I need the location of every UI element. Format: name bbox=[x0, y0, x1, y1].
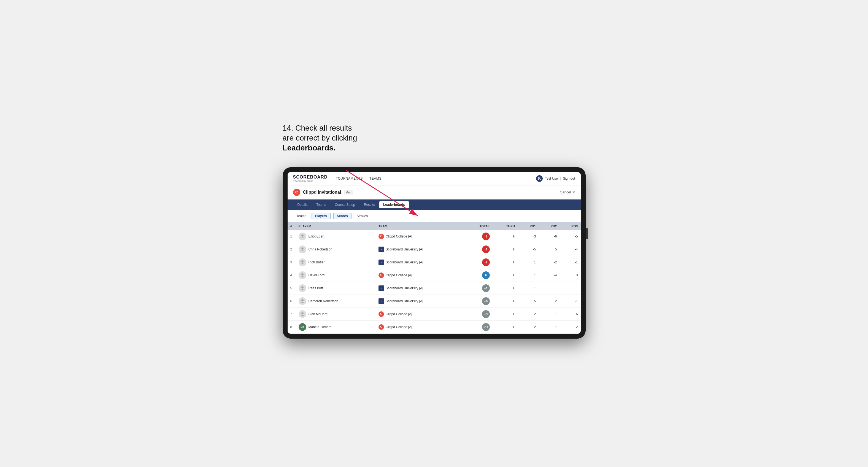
team-cell: CClippd College [A] bbox=[376, 230, 464, 243]
nav-right: TU Test User | Sign out bbox=[536, 175, 575, 182]
thru-cell: F bbox=[493, 294, 518, 308]
tab-details[interactable]: Details bbox=[293, 199, 312, 210]
svg-point-2 bbox=[301, 235, 304, 237]
tablet-screen: SCOREBOARD Powered by clippd TOURNAMENTS… bbox=[287, 172, 581, 334]
total-cell: +1 bbox=[465, 282, 493, 294]
col-player: PLAYER bbox=[296, 222, 376, 230]
team-cell: CClippd College [A] bbox=[376, 308, 464, 320]
score-badge: -4 bbox=[482, 246, 490, 253]
user-label: Test User | bbox=[545, 177, 561, 181]
player-name: Elliot Ebert bbox=[309, 235, 324, 238]
instruction-line1: 14. Check all results bbox=[283, 124, 352, 132]
tab-row: Details Teams Course Setup Results Leade… bbox=[287, 199, 581, 210]
player-name: Rich Butler bbox=[309, 260, 325, 264]
svg-point-6 bbox=[301, 286, 304, 288]
tournament-logo: C bbox=[293, 189, 300, 196]
col-rd1: RD1 bbox=[518, 222, 538, 230]
player-cell: Rich Butler bbox=[296, 256, 376, 269]
player-name: Cameron Robertson bbox=[309, 299, 338, 303]
tab-results[interactable]: Results bbox=[360, 199, 379, 210]
player-avatar bbox=[299, 284, 306, 292]
rank-cell: 3 bbox=[287, 256, 296, 269]
col-rd2: RD2 bbox=[538, 222, 559, 230]
team-cell: CClippd College [A] bbox=[376, 320, 464, 333]
page-wrapper: 14. Check all results are correct by cli… bbox=[283, 129, 586, 339]
rd3-cell: +6 bbox=[559, 308, 581, 320]
table-row: 4David FordCClippd College [A]EF+1-4+3 bbox=[287, 269, 581, 282]
col-thru: THRU bbox=[493, 222, 518, 230]
rd2-cell: +7 bbox=[538, 320, 559, 333]
cancel-label: Cancel bbox=[560, 190, 571, 194]
rd2-cell: -2 bbox=[538, 256, 559, 269]
thru-cell: F bbox=[493, 230, 518, 243]
rd2-cell: +5 bbox=[538, 243, 559, 256]
cancel-button[interactable]: Cancel ✕ bbox=[560, 190, 575, 194]
tab-leaderboards[interactable]: Leaderboards bbox=[379, 201, 409, 208]
rd1-cell: +2 bbox=[518, 320, 538, 333]
tournament-title-area: C Clippd Invitational Men bbox=[293, 189, 353, 196]
clippd-logo: C bbox=[378, 311, 384, 317]
player-name: David Ford bbox=[309, 273, 325, 277]
rank-cell: 1 bbox=[287, 230, 296, 243]
table-row: 6Cameron Robertson≡Scoreboard University… bbox=[287, 294, 581, 308]
rd3-cell: -1 bbox=[559, 256, 581, 269]
score-badge: -2 bbox=[482, 258, 490, 266]
nav-tournaments[interactable]: TOURNAMENTS bbox=[336, 176, 363, 182]
instruction-line2: are correct by clicking bbox=[283, 134, 357, 142]
team-name: Scoreboard University [A] bbox=[386, 299, 423, 303]
rd2-cell: +1 bbox=[538, 308, 559, 320]
player-avatar bbox=[299, 258, 306, 266]
player-cell: Elliot Ebert bbox=[296, 230, 376, 243]
team-name: Clippd College [A] bbox=[386, 273, 412, 277]
thru-cell: F bbox=[493, 282, 518, 294]
sb-logo: ≡ bbox=[378, 259, 384, 265]
filter-teams-button[interactable]: Teams bbox=[293, 213, 310, 219]
score-badge: +9 bbox=[482, 310, 490, 318]
filter-strokes-button[interactable]: Strokes bbox=[353, 213, 372, 219]
top-nav: SCOREBOARD Powered by clippd TOURNAMENTS… bbox=[287, 172, 581, 185]
rd2-cell: -4 bbox=[538, 269, 559, 282]
rank-cell: 4 bbox=[287, 269, 296, 282]
svg-point-4 bbox=[301, 260, 304, 262]
team-name: Clippd College [A] bbox=[386, 325, 412, 329]
filter-players-button[interactable]: Players bbox=[312, 213, 331, 219]
table-row: 7Blair McHargCClippd College [A]+9F+2+1+… bbox=[287, 308, 581, 320]
nav-teams[interactable]: TEAMS bbox=[369, 176, 381, 182]
tablet-side-button bbox=[586, 228, 588, 239]
rd3-cell: E bbox=[559, 282, 581, 294]
player-cell: Cameron Robertson bbox=[296, 294, 376, 308]
rd2-cell: +2 bbox=[538, 294, 559, 308]
sb-logo: ≡ bbox=[378, 247, 384, 252]
leaderboard-table: # PLAYER TEAM TOTAL THRU RD1 RD2 RD3 1El… bbox=[287, 222, 581, 334]
team-name: Clippd College [A] bbox=[386, 235, 412, 238]
signout-link[interactable]: Sign out bbox=[563, 177, 575, 181]
close-icon: ✕ bbox=[572, 190, 575, 194]
thru-cell: F bbox=[493, 256, 518, 269]
nav-links: TOURNAMENTS TEAMS bbox=[336, 176, 536, 182]
leaderboard-body: 1Elliot EbertCClippd College [A]-8F+3-6-… bbox=[287, 230, 581, 334]
player-name: Blair McHarg bbox=[309, 312, 328, 316]
tab-course-setup[interactable]: Course Setup bbox=[331, 199, 360, 210]
logo-area: SCOREBOARD Powered by clippd bbox=[293, 175, 328, 182]
player-name: Chris Robertson bbox=[309, 247, 333, 251]
player-avatar bbox=[299, 246, 306, 253]
rank-cell: 7 bbox=[287, 308, 296, 320]
score-badge: +1 bbox=[482, 284, 490, 292]
rd3-cell: -1 bbox=[559, 294, 581, 308]
tab-teams[interactable]: Teams bbox=[312, 199, 330, 210]
rd3-cell: -5 bbox=[559, 230, 581, 243]
svg-point-7 bbox=[301, 299, 304, 302]
col-team: TEAM bbox=[376, 222, 464, 230]
team-name: Scoreboard University [A] bbox=[386, 247, 423, 251]
col-rd3: RD3 bbox=[559, 222, 581, 230]
total-cell: -8 bbox=[465, 230, 493, 243]
filter-scores-button[interactable]: Scores bbox=[333, 213, 351, 219]
total-cell: +11 bbox=[465, 320, 493, 333]
score-badge: +11 bbox=[482, 323, 490, 331]
player-avatar bbox=[299, 232, 306, 240]
rank-cell: 2 bbox=[287, 243, 296, 256]
rd1-cell: +1 bbox=[518, 256, 538, 269]
rd1-cell: +1 bbox=[518, 282, 538, 294]
thru-cell: F bbox=[493, 308, 518, 320]
team-cell: ≡Scoreboard University [A] bbox=[376, 256, 464, 269]
